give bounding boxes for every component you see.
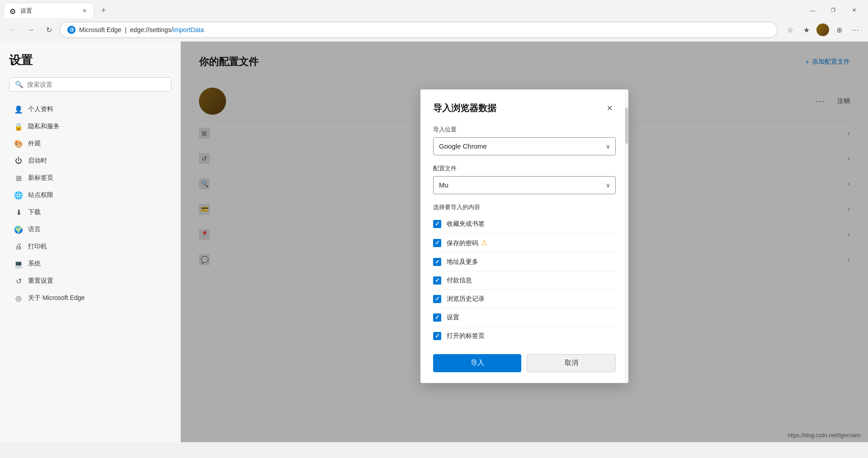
sidebar-label-2: 外观: [28, 140, 41, 148]
minimize-button[interactable]: —: [802, 2, 823, 18]
profile-select-wrapper: Mu ∨: [433, 176, 616, 194]
check-icon-6: ✓: [435, 332, 440, 339]
checkbox-5[interactable]: ✓: [433, 313, 441, 322]
share-icon[interactable]: ⊕: [832, 23, 846, 37]
sidebar-icon-8: 🖨: [14, 243, 23, 251]
address-bar-input[interactable]: Microsoft Edge | edge://settings/importD…: [60, 22, 778, 38]
sidebar-nav: 👤个人资料🔒隐私和服务🎨外观⏻启动时⊞新标签页🌐站点权限⬇下载🌍语言🖨打印机💻系…: [9, 101, 171, 307]
checkbox-label-2: 地址及更多: [447, 258, 478, 266]
sidebar-icon-11: ◎: [14, 294, 23, 302]
dialog-close-button[interactable]: ✕: [603, 102, 616, 115]
sidebar-item-1[interactable]: 🔒隐私和服务: [9, 118, 171, 135]
sidebar-label-0: 个人资料: [28, 105, 53, 113]
sidebar-label-6: 下载: [28, 208, 41, 216]
sidebar-icon-5: 🌐: [14, 191, 23, 199]
checkbox-0[interactable]: ✓: [433, 220, 441, 228]
address-text: Microsoft Edge | edge://settings/importD…: [79, 26, 204, 33]
sidebar-label-10: 重置设置: [28, 277, 53, 285]
sidebar-label-1: 隐私和服务: [28, 122, 60, 131]
sidebar-item-4[interactable]: ⊞新标签页: [9, 169, 171, 187]
dialog-footer: 导入 取消: [433, 354, 616, 372]
checkbox-6[interactable]: ✓: [433, 332, 441, 340]
checkbox-1[interactable]: ✓: [433, 239, 441, 247]
dialog-title: 导入浏览器数据: [433, 102, 496, 114]
sidebar-label-5: 站点权限: [28, 191, 53, 199]
favorites-icon[interactable]: ☆: [783, 23, 797, 37]
checkbox-label-0: 收藏夹或书签: [447, 220, 485, 228]
checkbox-2[interactable]: ✓: [433, 258, 441, 266]
active-tab[interactable]: ⚙ 设置 ✕: [4, 3, 94, 18]
profile-label: 配置文件: [433, 164, 616, 173]
refresh-button[interactable]: ↻: [42, 23, 56, 37]
sidebar-item-5[interactable]: 🌐站点权限: [9, 187, 171, 204]
checkbox-label-5: 设置: [447, 313, 459, 322]
sidebar-item-7[interactable]: 🌍语言: [9, 221, 171, 238]
checkbox-4[interactable]: ✓: [433, 295, 441, 303]
dialog-cancel-button[interactable]: 取消: [527, 354, 616, 372]
checkbox-item-6: ✓ 打开的标签页: [433, 327, 616, 345]
sidebar-icon-4: ⊞: [14, 174, 23, 182]
sidebar-item-10[interactable]: ↺重置设置: [9, 272, 171, 290]
more-icon[interactable]: ⋯: [848, 23, 863, 37]
source-select-wrapper: Google Chrome ∨: [433, 137, 616, 155]
sidebar-item-6[interactable]: ⬇下载: [9, 204, 171, 221]
checkbox-item-0: ✓ 收藏夹或书签: [433, 215, 616, 234]
source-label: 导入位置: [433, 126, 616, 134]
profile-avatar: [816, 23, 829, 36]
checkbox-label-1: 保存的密码⚠: [447, 238, 487, 248]
search-icon: 🔍: [15, 80, 24, 89]
check-icon-1: ✓: [435, 239, 440, 246]
profile-select[interactable]: Mu: [433, 176, 616, 194]
profile-button[interactable]: [816, 23, 830, 37]
checkbox-3[interactable]: ✓: [433, 276, 441, 285]
settings-title: 设置: [9, 52, 171, 68]
tab-close-button[interactable]: ✕: [81, 7, 88, 14]
checkbox-label-4: 浏览历史记录: [447, 295, 485, 303]
tab-settings-label: 设置: [20, 7, 77, 15]
sidebar-icon-2: 🎨: [14, 140, 23, 148]
dialog-header: 导入浏览器数据 ✕: [433, 102, 616, 115]
back-button[interactable]: ←: [5, 23, 20, 37]
tab-settings-icon: ⚙: [9, 7, 17, 14]
sidebar-label-7: 语言: [28, 225, 41, 234]
sidebar-item-3[interactable]: ⏻启动时: [9, 152, 171, 169]
sidebar-icon-3: ⏻: [14, 157, 23, 165]
sidebar-icon-10: ↺: [14, 277, 23, 285]
checkbox-item-1: ✓ 保存的密码⚠: [433, 234, 616, 253]
check-icon-3: ✓: [435, 277, 440, 284]
close-button[interactable]: ✕: [844, 2, 864, 18]
sidebar-label-11: 关于 Microsoft Edge: [28, 294, 85, 302]
import-button[interactable]: 导入: [433, 354, 521, 372]
settings-search-input[interactable]: [27, 81, 165, 88]
sidebar-label-3: 启动时: [28, 157, 47, 165]
warning-icon-1: ⚠: [481, 239, 487, 247]
source-select[interactable]: Google Chrome: [433, 137, 616, 155]
checkbox-item-5: ✓ 设置: [433, 308, 616, 327]
import-dialog: 导入浏览器数据 ✕ 导入位置 Google Chrome ∨ 配置文件 Mu ∨…: [420, 89, 628, 383]
sidebar-icon-1: 🔒: [14, 122, 23, 131]
sidebar-item-2[interactable]: 🎨外观: [9, 135, 171, 152]
check-icon-0: ✓: [435, 220, 440, 227]
restore-button[interactable]: ❐: [823, 2, 844, 18]
new-tab-button[interactable]: +: [96, 3, 111, 18]
edge-icon: [67, 26, 75, 34]
dialog-scrollbar-thumb[interactable]: [625, 107, 628, 144]
sidebar-item-11[interactable]: ◎关于 Microsoft Edge: [9, 290, 171, 307]
collections-icon[interactable]: ★: [799, 23, 814, 37]
sidebar-icon-6: ⬇: [14, 208, 23, 216]
check-icon-5: ✓: [435, 314, 440, 321]
sidebar-label-4: 新标签页: [28, 174, 53, 182]
checkbox-label-6: 打开的标签页: [447, 332, 485, 340]
sidebar-icon-7: 🌍: [14, 225, 23, 234]
settings-search-box[interactable]: 🔍: [9, 77, 171, 92]
sidebar-label-8: 打印机: [28, 243, 47, 251]
forward-button[interactable]: →: [24, 23, 38, 37]
content-area: 你的配置文件 + 添加配置文件 ⋯ 注销 ⊞›↺›🔍›💳›📍›💬› https:…: [181, 42, 868, 442]
checkbox-label-3: 付款信息: [447, 276, 472, 285]
sidebar-item-9[interactable]: 💻系统: [9, 255, 171, 272]
check-icon-2: ✓: [435, 258, 440, 265]
checkbox-item-4: ✓ 浏览历史记录: [433, 290, 616, 308]
sidebar-icon-0: 👤: [14, 105, 23, 113]
sidebar-item-8[interactable]: 🖨打印机: [9, 238, 171, 255]
sidebar-item-0[interactable]: 👤个人资料: [9, 101, 171, 118]
